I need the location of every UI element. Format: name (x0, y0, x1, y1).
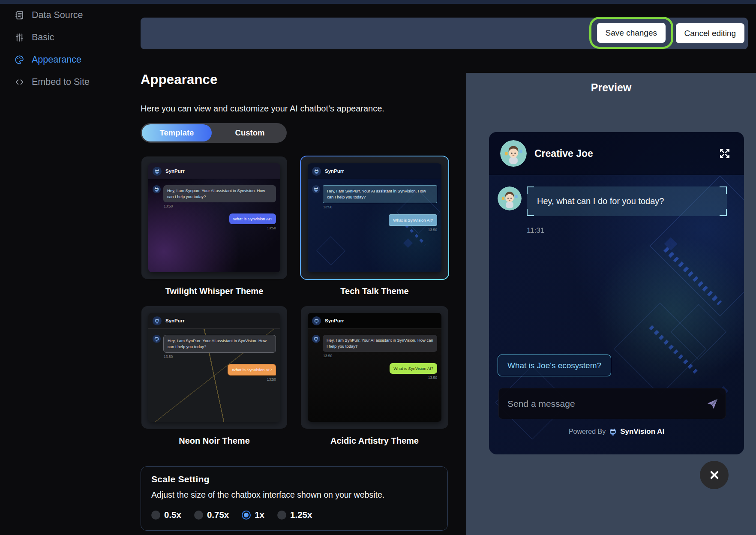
user-message: What is SynVision AI? (390, 363, 437, 374)
timestamp: 13:50 (164, 355, 276, 359)
theme-option-neon-noir[interactable]: SynPurr Hey, I am SynPurr. Your AI assis… (141, 305, 288, 446)
code-icon (14, 77, 25, 87)
theme-label: Tech Talk Theme (300, 286, 449, 296)
bot-message: Hey, I am SynPurr. Your AI assistant in … (323, 335, 437, 352)
theme-option-acidic-artistry[interactable]: SynPurr Hey, I am SynPurr. Your AI assis… (300, 305, 449, 446)
radio-icon (277, 511, 286, 520)
preview-panel: Preview Creative Joe (466, 73, 756, 535)
preview-title: Preview (466, 73, 756, 94)
bot-message: Hey, I am SynPurr. Your AI assistant in … (323, 185, 437, 203)
synpurr-robot-icon (153, 335, 161, 343)
theme-thumbnail: SynPurr Hey, I am SynPurr. Your AI assis… (308, 163, 441, 272)
page-title: Appearance (141, 72, 217, 87)
theme-thumbnail: SynPurr Hey, I am SynPurr. Your AI assis… (308, 313, 441, 422)
page-description: Here you can view and customize your AI … (141, 104, 384, 114)
chatbot-preview-window: Creative Joe Hey, what can I do for you … (489, 132, 744, 454)
timestamp: 13:50 (323, 205, 437, 209)
scale-setting-title: Scale Setting (151, 474, 437, 484)
save-changes-button[interactable]: Save changes (597, 23, 666, 43)
scale-option-1x[interactable]: 1x (242, 510, 264, 520)
timestamp: 13:50 (428, 228, 437, 232)
agent-name: Creative Joe (534, 148, 593, 159)
radio-selected-icon (242, 511, 251, 520)
sidebar-item-label: Data Source (32, 10, 83, 21)
sidebar-item-embed-to-site[interactable]: Embed to Site (0, 71, 141, 93)
notebook-check-icon (14, 10, 25, 21)
top-accent-strip (0, 0, 756, 4)
theme-thumbnail: SynPurr Hey, I am SynPurr. Your AI assis… (148, 313, 280, 422)
sidebar-item-label: Appearance (32, 54, 81, 65)
chat-header: Creative Joe (489, 132, 744, 175)
brand-name: SynVision AI (620, 427, 664, 436)
sidebar-item-basic[interactable]: Basic (0, 26, 141, 48)
sliders-icon (14, 32, 25, 43)
theme-option-twilight-whisper[interactable]: SynPurr Hey, I am Synpurr. Your AI assis… (141, 156, 288, 296)
synpurr-robot-icon (312, 185, 320, 193)
message-row: Hey, what can I do for you today? (489, 175, 744, 216)
synpurr-robot-icon (153, 167, 162, 176)
timestamp: 13:50 (428, 376, 437, 380)
powered-by-text: Powered By (569, 428, 606, 436)
synpurr-robot-icon (312, 335, 320, 343)
timestamp: 13:50 (267, 377, 276, 382)
tab-template[interactable]: Template (142, 124, 212, 141)
sidebar: Data Source Basic Appearance Embed to Si… (0, 4, 141, 93)
user-message: What is Synvision AI? (229, 213, 276, 225)
tab-custom[interactable]: Custom (214, 124, 285, 141)
theme-label: Twilight Whisper Theme (141, 286, 288, 296)
theme-label: Neon Noir Theme (141, 436, 288, 446)
user-message: What is SynVision AI? (228, 364, 276, 376)
sidebar-item-label: Basic (32, 32, 54, 43)
bot-message-bubble: Hey, what can I do for you today? (527, 186, 727, 216)
sidebar-item-label: Embed to Site (32, 77, 90, 87)
radio-icon (151, 511, 160, 520)
scale-option-0-5x[interactable]: 0.5x (151, 510, 181, 520)
synpurr-robot-icon (312, 167, 321, 176)
topbar: Save changes Cancel editing (141, 18, 748, 49)
scale-setting-panel: Scale Setting Adjust the size of the cha… (141, 466, 448, 531)
close-icon (707, 468, 722, 482)
scale-setting-description: Adjust the size of the chatbox interface… (151, 490, 437, 500)
theme-thumbnail: SynPurr Hey, I am Synpurr. Your AI assis… (148, 163, 280, 272)
scale-option-1-25x[interactable]: 1.25x (277, 510, 312, 520)
theme-label: Acidic Artistry Theme (300, 436, 449, 446)
cancel-editing-button[interactable]: Cancel editing (676, 23, 744, 43)
synvision-robot-icon (608, 427, 618, 436)
save-highlight-ring: Save changes (597, 23, 666, 43)
timestamp: 13:50 (323, 354, 437, 358)
message-input[interactable] (498, 388, 726, 419)
scale-option-0-75x[interactable]: 0.75x (194, 510, 229, 520)
scale-options: 0.5x 0.75x 1x 1.25x (151, 510, 437, 520)
sidebar-item-appearance[interactable]: Appearance (0, 48, 141, 71)
synpurr-robot-icon (153, 185, 161, 193)
expand-icon[interactable] (717, 145, 733, 162)
synpurr-robot-icon (312, 316, 321, 325)
timestamp: 13:50 (267, 226, 276, 230)
palette-icon (14, 54, 25, 65)
user-message: What is SynVision AI? (389, 214, 437, 226)
powered-by-footer: Powered By SynVision AI (489, 427, 744, 436)
bot-message: Hey, I am SynPurr. Your AI assistant in … (163, 335, 276, 353)
close-preview-button[interactable] (700, 461, 729, 489)
bot-message-text: Hey, what can I do for you today? (537, 196, 664, 206)
sidebar-item-data-source[interactable]: Data Source (0, 4, 141, 26)
bot-message: Hey, I am Synpurr. Your AI assistant in … (163, 185, 276, 202)
creative-joe-avatar (500, 140, 527, 167)
theme-option-tech-talk[interactable]: SynPurr Hey, I am SynPurr. Your AI assis… (300, 156, 449, 296)
timestamp: 13:50 (164, 204, 276, 208)
synpurr-robot-icon (153, 316, 162, 325)
send-icon[interactable] (705, 397, 719, 411)
quick-reply-button[interactable]: What is Joe's ecosystem? (498, 355, 611, 376)
creative-joe-avatar (498, 186, 522, 210)
message-timestamp: 11:31 (527, 226, 744, 235)
radio-icon (194, 511, 203, 520)
template-custom-toggle: Template Custom (141, 123, 287, 143)
